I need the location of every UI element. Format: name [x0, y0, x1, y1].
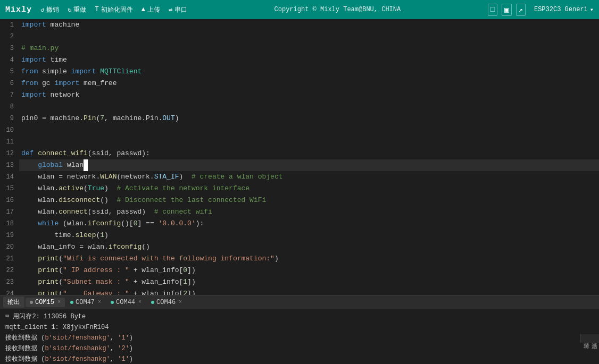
tab-com47[interactable]: COM47 ×	[66, 298, 105, 307]
code-editor[interactable]: 1 import machine 2 3 # main.py 4 import …	[0, 19, 599, 295]
console-line-4: 接收到数据 (b'siot/fenshankg', '2')	[5, 343, 594, 354]
line-8: 8	[0, 101, 599, 113]
line-12: 12 def connect_wifi(ssid, passwd):	[0, 148, 599, 159]
console-area[interactable]: ⌨ 用闪存2: 113056 Byte mqtt_client 1: X8jyk…	[0, 309, 599, 364]
line-6: 6 from gc import mem_free	[0, 78, 599, 89]
line-4: 4 import time	[0, 54, 599, 66]
line-15: 15 wlan.active(True) # Activate the netw…	[0, 183, 599, 194]
window-icon-2[interactable]: ▣	[502, 4, 511, 16]
console-line-1: ⌨ 用闪存2: 113056 Byte	[5, 311, 594, 322]
line-11: 11	[0, 136, 599, 148]
com47-close[interactable]: ×	[98, 299, 101, 305]
com46-dot	[151, 301, 154, 304]
undo-icon: ↺	[40, 6, 44, 14]
line-19: 19 time.sleep(1)	[0, 230, 599, 241]
undo-button[interactable]: ↺ 撤销	[40, 5, 59, 14]
line-22: 22 print(" IP address : " + wlan_info[0]…	[0, 265, 599, 276]
window-icon-1[interactable]: □	[488, 4, 497, 16]
line-16: 16 wlan.disconnect() # Disconnect the la…	[0, 194, 599, 206]
serial-button[interactable]: ⇌ 串口	[169, 5, 187, 14]
line-3: 3 # main.py	[0, 43, 599, 54]
console-line-3: 接收到数据 (b'siot/fenshankg', '1')	[5, 333, 594, 343]
com15-dot	[30, 301, 33, 304]
window-controls: □ ▣ ↗	[488, 4, 526, 16]
init-firmware-button[interactable]: T 初始化固件	[95, 5, 132, 14]
line-14: 14 wlan = network.WLAN(network.STA_IF) #…	[0, 171, 599, 183]
com47-dot	[70, 301, 73, 304]
console-line-5: 接收到数据 (b'siot/fenshankg', '1')	[5, 354, 594, 364]
redo-icon: ↻	[68, 6, 71, 14]
app-brand: Mixly	[5, 5, 32, 14]
tab-output[interactable]: 输出	[3, 297, 24, 308]
toolbar: Mixly ↺ 撤销 ↻ 重做 T 初始化固件 ▲ 上传 ⇌ 串口 Copyri…	[0, 0, 599, 19]
chevron-down-icon: ▾	[590, 6, 594, 14]
upload-icon: ▲	[142, 6, 145, 13]
line-2: 2	[0, 31, 599, 43]
init-icon: T	[95, 6, 98, 13]
line-13: 13 global wlan	[0, 159, 599, 171]
com15-close[interactable]: ×	[57, 299, 61, 305]
line-18: 18 while (wlan.ifconfig()[0] == '0.0.0.0…	[0, 218, 599, 230]
com46-close[interactable]: ×	[179, 299, 182, 305]
tab-com46[interactable]: COM46 ×	[147, 298, 186, 307]
tab-com15[interactable]: COM15 ×	[26, 298, 65, 307]
line-7: 7 import network	[0, 89, 599, 101]
line-21: 21 print("Wifi is connected with the fol…	[0, 253, 599, 265]
line-1: 1 import machine	[0, 19, 599, 31]
com44-close[interactable]: ×	[138, 299, 142, 305]
tab-com44[interactable]: COM44 ×	[106, 298, 146, 307]
line-10: 10	[0, 124, 599, 136]
bottom-tabs-bar: 输出 COM15 × COM47 × COM44 × COM46 ×	[0, 295, 599, 309]
com44-dot	[111, 301, 114, 304]
line-24: 24 print(" Gateway : " + wlan_info[2])	[0, 288, 599, 295]
upload-button[interactable]: ▲ 上传	[142, 5, 160, 14]
line-20: 20 wlan_info = wlan.ifconfig()	[0, 241, 599, 253]
copyright-text: Copyright © Mixly Team@BNU, CHINA	[196, 6, 479, 13]
console-line-2: mqtt_client 1: X8jykxFnR104	[5, 322, 594, 333]
serial-icon: ⇌	[169, 6, 172, 14]
device-selector[interactable]: ESP32C3 Generi ▾	[534, 6, 594, 14]
line-17: 17 wlan.connect(ssid, passwd) # connect …	[0, 206, 599, 218]
redo-button[interactable]: ↻ 重做	[68, 5, 86, 14]
line-23: 23 print("Subnet mask : " + wlan_info[1]…	[0, 276, 599, 288]
line-9: 9 pin0 = machine.Pin(7, machine.Pin.OUT)	[0, 113, 599, 124]
window-icon-3[interactable]: ↗	[516, 4, 526, 16]
line-5: 5 from simple import MQTTClient	[0, 66, 599, 78]
